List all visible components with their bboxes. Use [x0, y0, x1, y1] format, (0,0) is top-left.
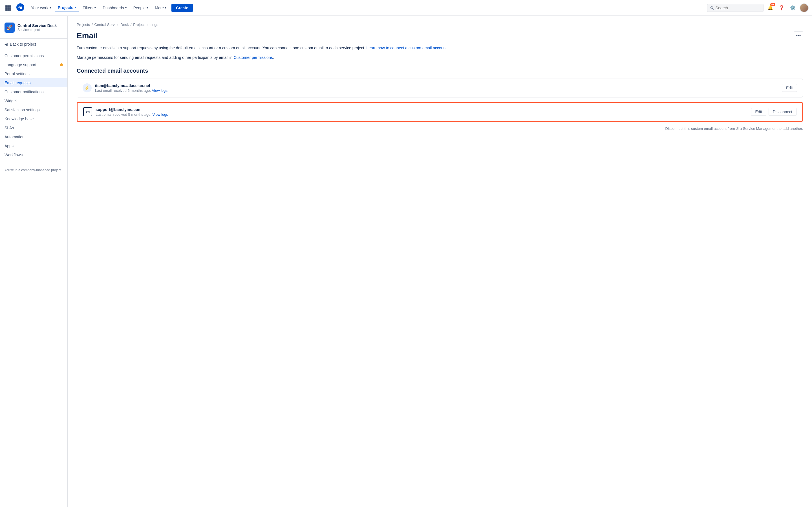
- chevron-down-icon: ▾: [165, 6, 166, 9]
- svg-rect-2: [9, 5, 11, 7]
- chevron-down-icon: ▾: [50, 6, 51, 9]
- project-header: 🚀 Central Service Desk Service project: [0, 20, 67, 37]
- svg-rect-5: [9, 7, 11, 9]
- email-meta-2: Last email received 5 months ago.: [96, 112, 151, 117]
- page-description-2: Manage permissions for sending email req…: [77, 54, 803, 61]
- sidebar-item-customer-notifications[interactable]: Customer notifications: [0, 87, 67, 96]
- project-name: Central Service Desk: [17, 23, 57, 28]
- email-meta-1: Last email received 6 months ago.: [95, 89, 151, 93]
- project-type: Service project: [17, 28, 57, 32]
- sidebar-item-apps[interactable]: Apps: [0, 142, 67, 151]
- svg-rect-7: [7, 9, 9, 11]
- svg-rect-6: [5, 9, 7, 11]
- settings-button[interactable]: ⚙️: [788, 3, 797, 12]
- page-description-1: Turn customer emails into support reques…: [77, 45, 803, 51]
- disconnect-button[interactable]: Disconnect: [769, 108, 797, 116]
- page-title: Email: [77, 31, 98, 40]
- avatar[interactable]: [800, 3, 809, 12]
- chevron-down-icon: ▾: [94, 6, 96, 9]
- nav-filters[interactable]: Filters ▾: [80, 4, 99, 12]
- sidebar-item-satisfaction-settings[interactable]: Satisfaction settings: [0, 105, 67, 114]
- back-to-project[interactable]: ◀ Back to project: [0, 40, 67, 49]
- customer-permissions-link2[interactable]: Customer permissions: [234, 55, 273, 60]
- sidebar-item-email-requests[interactable]: Email requests: [0, 78, 67, 87]
- sidebar-item-portal-settings[interactable]: Portal settings: [0, 69, 67, 78]
- svg-line-10: [713, 8, 714, 9]
- svg-rect-3: [5, 7, 7, 9]
- breadcrumb-project-name[interactable]: Central Service Desk: [94, 22, 129, 27]
- disconnect-note: Disconnect this custom email account fro…: [77, 126, 803, 131]
- sidebar-item-widget[interactable]: Widget: [0, 96, 67, 105]
- grid-icon[interactable]: [3, 3, 12, 12]
- notifications-badge: 9+: [770, 3, 775, 6]
- bolt-icon: ⚡: [83, 83, 92, 93]
- more-options-button[interactable]: •••: [794, 31, 803, 40]
- sidebar-item-automation[interactable]: Automation: [0, 132, 67, 142]
- edit-button-2[interactable]: Edit: [751, 108, 766, 116]
- email-address-1: itsm@banclyinc.atlassian.net: [95, 83, 167, 88]
- breadcrumb: Projects / Central Service Desk / Projec…: [77, 22, 803, 27]
- view-logs-link-1[interactable]: View logs: [152, 89, 167, 93]
- chevron-down-icon: ▾: [125, 6, 126, 9]
- company-managed-note: You're in a company-managed project: [4, 165, 63, 172]
- sidebar-item-label: Language support: [4, 62, 36, 67]
- search-icon: [710, 6, 714, 10]
- app-logo[interactable]: [16, 3, 25, 13]
- chevron-down-icon: ▾: [74, 6, 76, 9]
- email-address-2: support@banclyinc.com: [96, 107, 168, 112]
- envelope-icon: ✉: [83, 107, 92, 116]
- svg-rect-1: [7, 5, 9, 7]
- back-arrow-icon: ◀: [4, 42, 8, 47]
- email-account-card-1: ⚡ itsm@banclyinc.atlassian.net Last emai…: [77, 78, 803, 98]
- sidebar-item-customer-permissions[interactable]: Customer permissions: [0, 51, 67, 60]
- svg-rect-0: [5, 5, 7, 7]
- language-support-dot: [60, 63, 63, 66]
- chevron-down-icon: ▾: [147, 6, 148, 9]
- nav-more[interactable]: More ▾: [152, 4, 169, 12]
- connected-accounts-title: Connected email accounts: [77, 68, 803, 74]
- nav-projects[interactable]: Projects ▾: [55, 4, 79, 12]
- sidebar: 🚀 Central Service Desk Service project ◀…: [0, 16, 68, 507]
- nav-people[interactable]: People ▾: [131, 4, 151, 12]
- main-content: Projects / Central Service Desk / Projec…: [68, 16, 812, 507]
- create-button[interactable]: Create: [171, 4, 193, 12]
- breadcrumb-current: Project settings: [133, 22, 158, 27]
- email-account-card-2: ✉ support@banclyinc.com Last email recei…: [77, 102, 803, 122]
- sidebar-item-slas[interactable]: SLAs: [0, 123, 67, 132]
- svg-rect-4: [7, 7, 9, 9]
- breadcrumb-projects[interactable]: Projects: [77, 22, 90, 27]
- edit-button-1[interactable]: Edit: [782, 84, 797, 92]
- sidebar-item-workflows[interactable]: Workflows: [0, 151, 67, 159]
- project-icon: 🚀: [4, 22, 15, 33]
- search-input[interactable]: [716, 6, 760, 10]
- nav-dashboards[interactable]: Dashboards ▾: [100, 4, 130, 12]
- sidebar-item-language-support[interactable]: Language support: [0, 60, 67, 69]
- notifications-button[interactable]: 🔔 9+: [766, 3, 775, 12]
- learn-link[interactable]: Learn how to connect a custom email acco…: [366, 46, 448, 50]
- view-logs-link-2[interactable]: View logs: [153, 112, 168, 117]
- help-button[interactable]: ❓: [777, 3, 786, 12]
- sidebar-item-knowledge-base[interactable]: Knowledge base: [0, 114, 67, 123]
- nav-your-work[interactable]: Your work ▾: [28, 4, 54, 12]
- svg-rect-8: [9, 9, 11, 11]
- search-box[interactable]: [707, 4, 763, 12]
- top-navigation: Your work ▾ Projects ▾ Filters ▾ Dashboa…: [0, 0, 812, 16]
